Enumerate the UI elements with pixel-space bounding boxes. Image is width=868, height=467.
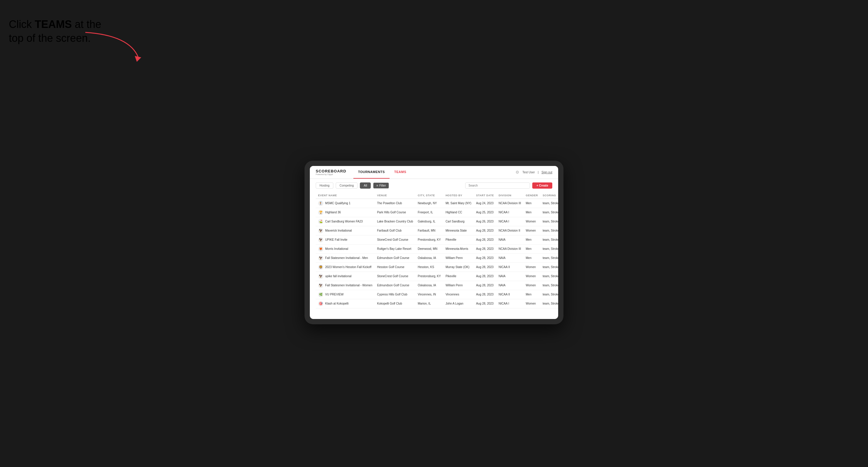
cell-gender-3: Women (523, 226, 540, 235)
cell-event-name-3: 🦅 Maverick Invitational (316, 226, 375, 235)
cell-venue-4: StoneCrest Golf Course (375, 235, 415, 244)
cell-scoring-11: team, Stroke Play (540, 299, 558, 308)
cell-date-2: Aug 26, 2023 (474, 217, 496, 226)
cell-hosted-6: William Penn (443, 253, 474, 262)
cell-date-8: Aug 28, 2023 (474, 272, 496, 281)
cell-scoring-3: team, Stroke Play (540, 226, 558, 235)
cell-hosted-8: Pikeville (443, 272, 474, 281)
all-filter-button[interactable]: All (360, 182, 371, 189)
cell-division-5: NCAA Division III (496, 244, 523, 253)
cell-event-name-4: 🦅 UPIKE Fall Invite (316, 235, 375, 244)
settings-icon[interactable]: ⚙ (516, 170, 519, 175)
cell-hosted-7: Murray State (OK) (443, 262, 474, 272)
table-row: 🏆 Highland 36 Park Hills Golf Course Fre… (316, 208, 558, 217)
cell-event-name-0: 🏌 MSMC Qualifying 1 (316, 199, 375, 208)
tablet-screen: SCOREBOARD Powered by Clippit TOURNAMENT… (310, 166, 558, 319)
cell-hosted-9: William Penn (443, 281, 474, 290)
event-icon-1: 🏆 (318, 210, 323, 215)
event-name-text-4: UPIKE Fall Invite (325, 238, 347, 241)
create-button[interactable]: + Create (532, 182, 552, 189)
table-body: 🏌 MSMC Qualifying 1 The Powelton Club Ne… (316, 199, 558, 308)
table-row: 🦁 2023 Women's Hesston Fall Kickoff Hess… (316, 262, 558, 272)
cell-division-0: NCAA Division III (496, 199, 523, 208)
cell-gender-1: Men (523, 208, 540, 217)
event-name-text-10: VU PREVIEW (325, 293, 344, 296)
event-icon-3: 🦅 (318, 228, 323, 234)
cell-hosted-3: Minnesota State (443, 226, 474, 235)
col-date: START DATE (474, 192, 496, 199)
main-content: Hosting Competing All ≡ Filter + Create … (310, 179, 558, 319)
cell-division-6: NAIA (496, 253, 523, 262)
logo-title: SCOREBOARD (316, 169, 346, 173)
table-row: 🦅 Fall Statesmen Invitational - Women Ed… (316, 281, 558, 290)
cell-venue-2: Lake Bracken Country Club (375, 217, 415, 226)
sign-out-link[interactable]: Sign out (541, 171, 552, 174)
table-row: 🎯 Klash at Kokopelli Kokopelli Golf Club… (316, 299, 558, 308)
cell-scoring-2: team, Stroke Play (540, 217, 558, 226)
teams-highlight: TEAMS (35, 18, 72, 30)
event-icon-6: 🦅 (318, 255, 323, 261)
cell-city-9: Oskaloosa, IA (415, 281, 443, 290)
cell-date-6: Aug 28, 2023 (474, 253, 496, 262)
cell-hosted-0: Mt. Saint Mary (NY) (443, 199, 474, 208)
cell-venue-6: Edmundson Golf Course (375, 253, 415, 262)
cell-hosted-2: Carl Sandburg (443, 217, 474, 226)
tab-tournaments[interactable]: TOURNAMENTS (353, 166, 390, 179)
tournaments-table: EVENT NAME VENUE CITY, STATE HOSTED BY S… (316, 192, 558, 308)
logo-area: SCOREBOARD Powered by Clippit (316, 169, 346, 176)
cell-city-11: Marion, IL (415, 299, 443, 308)
cell-division-8: NAIA (496, 272, 523, 281)
cell-date-7: Aug 28, 2023 (474, 262, 496, 272)
cell-hosted-1: Highland CC (443, 208, 474, 217)
nav-right: ⚙ Test User | Sign out (516, 170, 552, 175)
cell-scoring-5: team, Stroke Play (540, 244, 558, 253)
instruction-line1: Click TEAMS at the (9, 18, 101, 30)
col-hosted: HOSTED BY (443, 192, 474, 199)
cell-division-3: NCAA Division II (496, 226, 523, 235)
cell-city-4: Prestonsburg, KY (415, 235, 443, 244)
competing-filter-button[interactable]: Competing (336, 182, 358, 189)
instruction-line2: top of the screen. (9, 32, 91, 44)
cell-city-1: Freeport, IL (415, 208, 443, 217)
cell-division-2: NICAA I (496, 217, 523, 226)
cell-date-3: Aug 28, 2023 (474, 226, 496, 235)
cell-gender-9: Women (523, 281, 540, 290)
cell-event-name-9: 🦅 Fall Statesmen Invitational - Women (316, 281, 375, 290)
instruction-text: Click TEAMS at the top of the screen. (9, 18, 101, 45)
cell-city-5: Deerwood, MN (415, 244, 443, 253)
event-name-text-9: Fall Statesmen Invitational - Women (325, 284, 372, 287)
cell-venue-5: Ruttger's Bay Lake Resort (375, 244, 415, 253)
cell-scoring-4: team, Stroke Play (540, 235, 558, 244)
cell-scoring-7: team, Stroke Play (540, 262, 558, 272)
table-row: 🦅 Fall Statesmen Invitational - Men Edmu… (316, 253, 558, 262)
cell-event-name-6: 🦅 Fall Statesmen Invitational - Men (316, 253, 375, 262)
cell-scoring-9: team, Stroke Play (540, 281, 558, 290)
cell-event-name-5: 🦊 Morris Invitational (316, 244, 375, 253)
event-icon-0: 🏌 (318, 201, 323, 206)
cell-gender-10: Men (523, 290, 540, 299)
cell-event-name-11: 🎯 Klash at Kokopelli (316, 299, 375, 308)
tab-teams[interactable]: TEAMS (390, 166, 411, 179)
cell-city-10: Vincennes, IN (415, 290, 443, 299)
event-name-text-3: Maverick Invitational (325, 229, 352, 232)
cell-gender-2: Women (523, 217, 540, 226)
search-input[interactable] (465, 182, 530, 189)
cell-division-10: NICAA II (496, 290, 523, 299)
cell-gender-4: Men (523, 235, 540, 244)
event-icon-11: 🎯 (318, 301, 323, 306)
col-event-name: EVENT NAME (316, 192, 375, 199)
cell-scoring-6: team, Stroke Play (540, 253, 558, 262)
col-division: DIVISION (496, 192, 523, 199)
cell-hosted-5: Minnesota-Morris (443, 244, 474, 253)
filter-icon: ≡ (376, 184, 378, 187)
col-gender: GENDER (523, 192, 540, 199)
cell-venue-9: Edmundson Golf Course (375, 281, 415, 290)
filter-icon-button[interactable]: ≡ Filter (373, 182, 389, 189)
event-name-text-5: Morris Invitational (325, 247, 348, 250)
cell-venue-1: Park Hills Golf Course (375, 208, 415, 217)
cell-date-10: Aug 28, 2023 (474, 290, 496, 299)
hosting-filter-button[interactable]: Hosting (316, 182, 333, 189)
user-name: Test User (522, 171, 535, 174)
table-row: 🦅 upike fall invitational StoneCrest Gol… (316, 272, 558, 281)
cell-event-name-7: 🦁 2023 Women's Hesston Fall Kickoff (316, 262, 375, 272)
